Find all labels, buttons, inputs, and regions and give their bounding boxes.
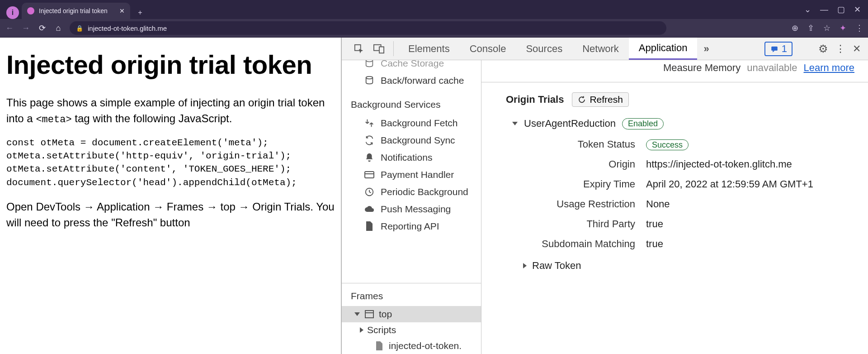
- sidebar-item-label: Payment Handler: [381, 169, 454, 180]
- url-text: injected-ot-token.glitch.me: [88, 24, 167, 32]
- raw-token-label: Raw Token: [532, 260, 581, 272]
- inspect-element-icon[interactable]: [349, 38, 369, 60]
- devtools-menu-icon[interactable]: ⋮: [835, 43, 845, 55]
- cloud-icon: [363, 203, 375, 215]
- svg-point-5: [366, 77, 373, 79]
- sidebar-item-label: Background Sync: [381, 135, 455, 146]
- sidebar-item-bfcache[interactable]: Back/forward cache: [342, 72, 481, 89]
- application-sidebar: Cache Storage Back/forward cache Backgro…: [342, 60, 481, 354]
- tab-console[interactable]: Console: [460, 38, 516, 60]
- intro-text-b: tag with the following JavaScript.: [72, 112, 232, 124]
- issues-count: 1: [782, 43, 787, 55]
- window-maximize-button[interactable]: ▢: [837, 5, 845, 14]
- tab-elements[interactable]: Elements: [398, 38, 460, 60]
- devtools-tabbar: Elements Console Sources Network Applica…: [342, 38, 868, 60]
- settings-gear-icon[interactable]: ⚙: [818, 43, 828, 55]
- plus-icon: +: [138, 9, 142, 17]
- zoom-icon[interactable]: ⊕: [792, 23, 798, 33]
- refresh-icon: [578, 96, 586, 104]
- devtools-right-controls: 1 ⚙ ⋮ ✕: [763, 38, 868, 60]
- measure-memory-label: Measure Memory: [663, 62, 741, 74]
- kv-origin-value: https://injected-ot-token.glitch.me: [646, 158, 868, 170]
- issues-icon: [770, 45, 779, 53]
- browser-tab[interactable]: Injected origin trial token ✕: [22, 3, 130, 19]
- tree-item-label: Scripts: [367, 325, 396, 335]
- raw-token-row[interactable]: Raw Token: [481, 250, 868, 272]
- omnibox[interactable]: 🔒 injected-ot-token.glitch.me: [70, 21, 666, 35]
- window-close-button[interactable]: ✕: [854, 5, 861, 14]
- svg-point-4: [366, 60, 373, 62]
- svg-rect-2: [379, 47, 384, 53]
- bookmark-star-icon[interactable]: ☆: [823, 23, 830, 33]
- origin-trials-title: Origin Trials: [506, 94, 564, 105]
- sidebar-item-background-fetch[interactable]: Background Fetch: [342, 115, 481, 132]
- window-icon: [363, 308, 375, 320]
- refresh-button[interactable]: Refresh: [572, 92, 629, 107]
- tab-title: Injected origin trial token: [39, 7, 108, 14]
- kv-usage-label: Usage Restriction: [500, 198, 635, 210]
- kv-third-party-label: Third Party: [500, 218, 635, 230]
- bell-icon: [363, 152, 375, 163]
- window-controls: ⌄ — ▢ ✕: [804, 0, 868, 19]
- credit-card-icon: [363, 169, 375, 181]
- back-button[interactable]: ←: [5, 24, 14, 33]
- share-icon[interactable]: ⇪: [807, 23, 814, 33]
- origin-trial-row[interactable]: UserAgentReduction Enabled: [481, 115, 868, 139]
- origin-trial-details: Token Status Success Origin https://inje…: [481, 139, 868, 250]
- sidebar-heading-background-services: Background Services: [342, 89, 481, 115]
- kv-token-status-value: Success: [646, 139, 868, 150]
- sidebar-item-payment-handler[interactable]: Payment Handler: [342, 166, 481, 183]
- svg-rect-3: [771, 46, 778, 50]
- sidebar-item-reporting-api[interactable]: Reporting API: [342, 218, 481, 235]
- kv-token-status-label: Token Status: [500, 139, 635, 150]
- lock-icon: 🔒: [76, 25, 83, 32]
- forward-button[interactable]: →: [21, 24, 31, 33]
- sidebar-item-periodic-sync[interactable]: Periodic Background: [342, 183, 481, 201]
- refresh-label: Refresh: [590, 94, 623, 105]
- reload-button[interactable]: ⟳: [37, 23, 47, 33]
- profile-avatar[interactable]: i: [6, 6, 19, 19]
- home-button[interactable]: ⌂: [53, 24, 63, 33]
- tabs-dropdown-icon[interactable]: ⌄: [804, 5, 811, 14]
- browser-menu-icon[interactable]: ⋮: [855, 23, 863, 33]
- tab-network[interactable]: Network: [572, 38, 629, 60]
- svg-rect-9: [365, 311, 373, 318]
- tab-sources[interactable]: Sources: [516, 38, 572, 60]
- sidebar-item-label: Push Messaging: [381, 204, 451, 215]
- measure-memory-status: unavailable: [747, 62, 797, 74]
- content-row: Injected origin trial token This page sh…: [0, 38, 868, 354]
- kv-subdomain-value: true: [646, 238, 868, 250]
- measure-memory-row: Measure Memory unavailable Learn more: [481, 60, 868, 82]
- extensions-icon[interactable]: ✦: [840, 23, 846, 33]
- database-icon: [363, 75, 375, 86]
- kv-expiry-value: April 20, 2022 at 12:59:59 AM GMT+1: [646, 178, 868, 190]
- frames-tree-top[interactable]: top: [342, 306, 481, 322]
- tree-item-label: injected-ot-token.: [389, 340, 462, 351]
- measure-memory-learn-more-link[interactable]: Learn more: [803, 62, 854, 74]
- tab-close-icon[interactable]: ✕: [119, 7, 125, 14]
- new-tab-button[interactable]: +: [134, 6, 146, 19]
- database-icon: [363, 60, 375, 69]
- kv-third-party-value: true: [646, 218, 868, 230]
- chevron-down-icon: [354, 312, 360, 316]
- sidebar-item-notifications[interactable]: Notifications: [342, 149, 481, 166]
- sidebar-item-label: Periodic Background: [381, 187, 468, 197]
- sync-icon: [363, 134, 375, 146]
- sidebar-item-push-messaging[interactable]: Push Messaging: [342, 201, 481, 218]
- tab-favicon-icon: [27, 7, 34, 14]
- chevron-right-icon: [523, 263, 527, 268]
- device-toolbar-icon[interactable]: [369, 38, 389, 60]
- sidebar-item-cache-storage[interactable]: Cache Storage: [342, 60, 481, 72]
- devtools-close-icon[interactable]: ✕: [853, 43, 861, 55]
- devtools-body: Cache Storage Back/forward cache Backgro…: [342, 60, 868, 354]
- address-bar: ← → ⟳ ⌂ 🔒 injected-ot-token.glitch.me ⊕ …: [0, 19, 868, 37]
- sidebar-item-background-sync[interactable]: Background Sync: [342, 132, 481, 149]
- frames-tree-scripts[interactable]: Scripts: [342, 322, 481, 338]
- origin-trials-header: Origin Trials Refresh: [481, 82, 868, 115]
- tab-application[interactable]: Application: [629, 38, 698, 60]
- document-icon: [373, 340, 385, 352]
- frames-tree-file[interactable]: injected-ot-token.: [342, 338, 481, 354]
- window-minimize-button[interactable]: —: [820, 5, 828, 14]
- tabs-overflow-icon[interactable]: »: [697, 38, 715, 60]
- issues-counter[interactable]: 1: [764, 42, 793, 56]
